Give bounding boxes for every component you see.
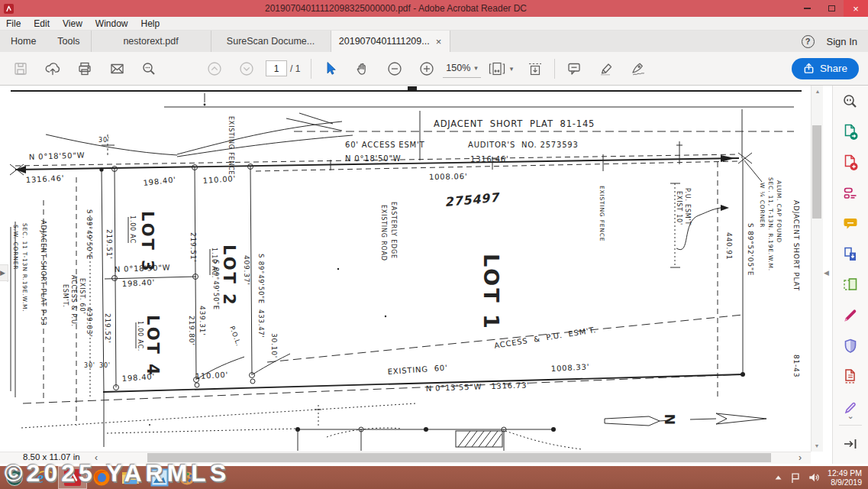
scroll-right-arrow[interactable]: › [794, 452, 806, 464]
open-tools-pane-button[interactable] [837, 433, 863, 455]
maximize-button[interactable] [819, 0, 844, 17]
scroll-down-arrow[interactable]: ▼ [811, 440, 823, 452]
zoom-out-button[interactable] [383, 57, 406, 80]
plat-label-access-esmt: 60' ACCESS ESM'T [345, 141, 425, 149]
page-size-indicator: 8.50 x 11.07 in [23, 452, 80, 461]
volume-icon[interactable] [808, 471, 821, 484]
page-number-input[interactable]: 1 [266, 60, 287, 76]
taskbar-ie-button[interactable]: e [29, 466, 58, 489]
plat-label-wcorner-2: SEC. 11, T-13N. R.19E.W.M. [767, 177, 774, 271]
selection-tool-button[interactable] [319, 57, 342, 80]
scroll-left-arrow[interactable]: ‹ [90, 452, 102, 464]
left-panel-expander[interactable]: ▶ [0, 264, 8, 281]
close-button[interactable]: × [844, 0, 868, 17]
taskbar-firefox-button[interactable] [87, 466, 116, 489]
compress-pdf-button[interactable] [837, 366, 863, 388]
vertical-scroll-thumb[interactable] [812, 125, 821, 219]
minimize-button[interactable] [795, 0, 819, 17]
shield-icon [842, 338, 859, 355]
scroll-mode-icon [527, 61, 544, 76]
menu-help[interactable]: Help [141, 18, 160, 29]
email-button[interactable] [105, 57, 128, 80]
document-page[interactable]: ADJACENT SHORT PLAT 81-145 60' ACCESS ES… [0, 86, 811, 452]
taskbar-acrobat-button[interactable] [58, 466, 87, 489]
clock[interactable]: 12:49 PM 8/9/2019 [828, 468, 862, 487]
combine-files-icon [842, 246, 859, 263]
zoom-in-icon [418, 60, 435, 77]
zoom-out-icon [386, 60, 403, 77]
tab-doc-surescan[interactable]: SureScan Docume... [211, 31, 331, 52]
next-page-button[interactable] [235, 57, 258, 80]
plat-label-d439-03: 439.03' [86, 307, 93, 338]
menu-file[interactable]: File [6, 18, 21, 29]
chevron-down-icon: ▾ [474, 64, 478, 72]
search-icon [141, 61, 156, 76]
page-scrolling-button[interactable] [524, 57, 547, 80]
plat-label-d219-51-b: 219.51' [189, 232, 197, 263]
fill-sign-tool-button[interactable] [627, 57, 650, 80]
plat-label-d219-80: 219.80' [188, 316, 195, 346]
organize-pages-button[interactable] [837, 274, 863, 296]
taskbar-app-button[interactable] [0, 466, 29, 489]
create-pdf-button[interactable] [837, 151, 863, 173]
taskbar-explorer-button[interactable] [116, 466, 145, 489]
plat-label-adj-right-2: 81-43 [792, 355, 800, 377]
export-pdf-button[interactable] [837, 121, 863, 143]
scroll-up-arrow[interactable]: ▲ [812, 86, 824, 97]
comment-tool-button[interactable] [563, 57, 586, 80]
export-pdf-icon [842, 124, 859, 141]
highlighter-icon [599, 61, 615, 76]
comment-bubble-icon [842, 215, 859, 232]
photos-icon [150, 468, 169, 487]
share-icon [803, 63, 815, 74]
menu-edit[interactable]: Edit [34, 18, 50, 29]
plat-label-sw-2: SEC. 11 T-13N R.19E.W.M. [21, 223, 28, 313]
help-icon[interactable]: ? [802, 35, 815, 48]
plat-label-wcorner-3: ALUM. CAP FOUND [776, 180, 782, 243]
search-tool-button[interactable] [837, 90, 863, 112]
tab-close-icon[interactable]: × [436, 37, 442, 47]
plat-label-s8949-left: S 89°49'50"E [86, 209, 93, 260]
tab-doc-nestorext[interactable]: nestorext.pdf [91, 31, 211, 52]
cursor-arrow-icon [323, 61, 338, 76]
hand-tool-button[interactable] [351, 57, 374, 80]
tab-doc-active[interactable]: 2019070401111209... × [331, 31, 450, 52]
horizontal-scroll-thumb[interactable] [147, 453, 771, 462]
cloud-upload-button[interactable] [41, 57, 64, 80]
plat-label-easterly-2: EXISTING ROAD [380, 205, 387, 261]
minimize-icon [804, 8, 811, 9]
plat-label-exist10-2: P.U. ESM'T [684, 188, 691, 225]
sign-in-button[interactable]: Sign In [827, 36, 857, 47]
combine-files-button[interactable] [837, 243, 863, 265]
page-total-label: / 1 [290, 63, 300, 74]
more-tools-chevron-icon[interactable]: ⌄ [847, 413, 853, 419]
plat-label-brg-mid: N 0°18'50"W [115, 263, 171, 274]
share-button[interactable]: Share [792, 58, 859, 79]
comment-panel-button[interactable] [837, 212, 863, 235]
fit-width-button[interactable] [486, 57, 508, 80]
tab-home[interactable]: Home [0, 31, 47, 52]
sidebar-divider [839, 425, 862, 426]
zoom-in-button[interactable] [415, 57, 438, 80]
find-button[interactable] [137, 57, 160, 80]
zoom-level-dropdown[interactable]: 150% ▾ [443, 60, 481, 78]
email-icon [109, 61, 125, 76]
taskbar-paint-button[interactable] [174, 466, 203, 489]
taskbar-photos-button[interactable] [145, 466, 174, 489]
action-center-flag-icon[interactable] [789, 471, 801, 484]
hidden-icons-chevron-icon[interactable] [774, 474, 782, 481]
highlight-tool-button[interactable] [595, 57, 618, 80]
chevron-down-icon[interactable]: ▾ [510, 65, 514, 73]
fill-sign-button[interactable] [837, 305, 863, 327]
tab-tools[interactable]: Tools [47, 31, 90, 52]
expander-right-icon: ▶ [0, 269, 5, 277]
menu-view[interactable]: View [63, 18, 82, 29]
previous-page-button[interactable] [203, 57, 226, 80]
plat-label-d198-mid: 198.40' [122, 278, 156, 288]
menu-window[interactable]: Window [95, 18, 128, 29]
print-button[interactable] [73, 57, 96, 80]
save-button[interactable] [9, 57, 32, 80]
edit-pdf-button[interactable] [837, 182, 863, 204]
right-panel-expander[interactable]: ◀ [824, 264, 831, 281]
protect-pdf-button[interactable] [837, 335, 863, 358]
